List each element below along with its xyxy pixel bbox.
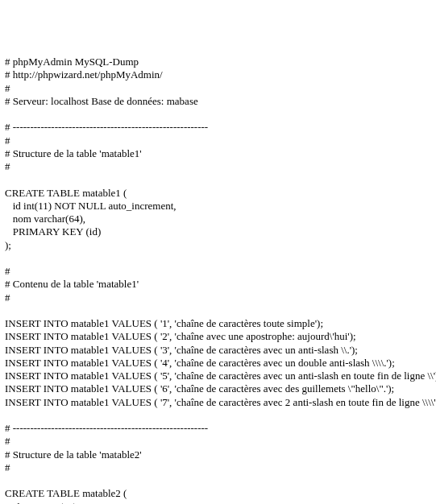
- dump-line: #: [5, 435, 431, 448]
- dump-line: CREATE TABLE matable1 (: [5, 187, 431, 200]
- dump-line: #: [5, 461, 431, 474]
- dump-line: [5, 474, 431, 487]
- dump-line: # http://phpwizard.net/phpMyAdmin/: [5, 68, 431, 81]
- dump-line: INSERT INTO matable1 VALUES ( '5', 'chaî…: [5, 370, 431, 382]
- dump-line: #: [5, 134, 431, 147]
- dump-line: [5, 252, 431, 265]
- dump-line: # --------------------------------------…: [5, 422, 431, 435]
- dump-line: nom varchar(64),: [5, 213, 431, 225]
- dump-line: #: [5, 265, 431, 278]
- dump-line: # --------------------------------------…: [5, 121, 431, 134]
- dump-line: [5, 108, 431, 121]
- dump-line: CREATE TABLE matable2 (: [5, 487, 431, 500]
- dump-line: # Contenu de la table 'matable1': [5, 278, 431, 291]
- dump-line: #: [5, 82, 431, 95]
- dump-line: );: [5, 239, 431, 252]
- dump-line: [5, 304, 431, 317]
- dump-line: # Serveur: localhost Base de données: ma…: [5, 95, 431, 108]
- dump-line: INSERT INTO matable1 VALUES ( '4', 'chaî…: [5, 357, 431, 370]
- dump-line: INSERT INTO matable1 VALUES ( '6', 'chaî…: [5, 382, 431, 395]
- dump-line: INSERT INTO matable1 VALUES ( '7', 'chaî…: [5, 396, 431, 409]
- sql-dump-text: # phpMyAdmin MySQL-Dump# http://phpwizar…: [5, 56, 431, 504]
- dump-line: # Structure de la table 'matable1': [5, 147, 431, 160]
- dump-line: INSERT INTO matable1 VALUES ( '1', 'chaî…: [5, 317, 431, 330]
- dump-line: # Structure de la table 'matable2': [5, 448, 431, 461]
- dump-line: [5, 173, 431, 186]
- dump-line: # phpMyAdmin MySQL-Dump: [5, 56, 431, 68]
- dump-line: INSERT INTO matable1 VALUES ( '2', 'chaî…: [5, 330, 431, 343]
- dump-line: id int(11) NOT NULL auto_increment,: [5, 200, 431, 213]
- dump-line: #: [5, 160, 431, 173]
- dump-line: INSERT INTO matable1 VALUES ( '3', 'chaî…: [5, 344, 431, 357]
- dump-line: champ1 int(11),: [5, 501, 431, 505]
- dump-line: #: [5, 291, 431, 304]
- dump-line: [5, 409, 431, 422]
- dump-line: PRIMARY KEY (id): [5, 225, 431, 238]
